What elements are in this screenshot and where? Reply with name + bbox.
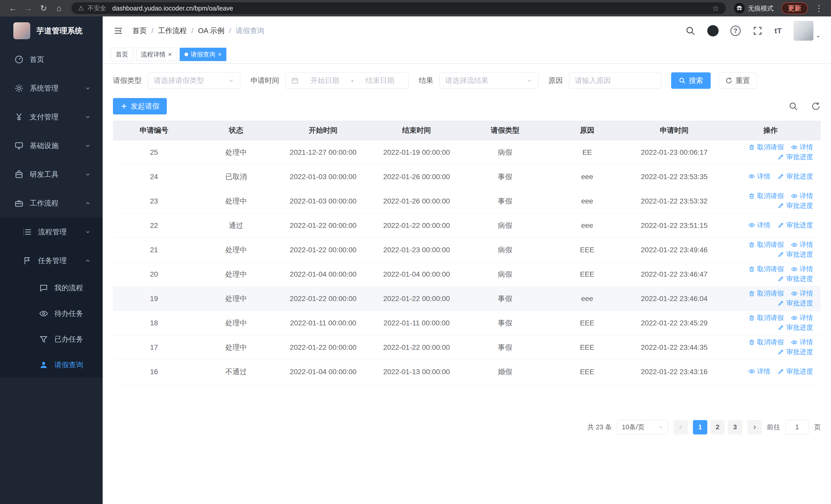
sidebar-item-payment-mgmt[interactable]: 支付管理 — [0, 102, 103, 131]
action-cancel[interactable]: 取消请假 — [748, 265, 784, 273]
action-progress[interactable]: 审批进度 — [778, 172, 813, 181]
sidebar-item-todo-tasks[interactable]: 待办任务 — [0, 301, 103, 326]
cell-end_time: 2022-01-23 00:00:00 — [369, 238, 464, 262]
action-progress[interactable]: 审批进度 — [778, 348, 813, 356]
action-detail[interactable]: 详情 — [791, 265, 813, 273]
page-button-2[interactable]: 2 — [710, 420, 725, 435]
page-button-3[interactable]: 3 — [728, 420, 742, 435]
action-detail[interactable]: 详情 — [791, 338, 813, 347]
tab-请假查询[interactable]: 请假查询× — [180, 48, 226, 61]
apply-time-label: 申请时间 — [251, 76, 279, 85]
sidebar-item-process-mgmt[interactable]: 流程管理 — [0, 217, 103, 246]
tab-首页[interactable]: 首页 — [111, 48, 133, 61]
page-button-1[interactable]: 1 — [693, 420, 707, 435]
toggle-search-icon[interactable] — [789, 101, 798, 111]
address-bar[interactable]: ⚠ 不安全 dashboard.yudao.iocoder.cn/bpm/oa/… — [71, 2, 726, 14]
date-range-picker[interactable]: 开始日期 - 结束日期 — [285, 72, 408, 89]
search-button[interactable]: 搜索 — [671, 72, 711, 89]
browser-home-icon[interactable]: ⌂ — [52, 2, 66, 15]
browser-forward-icon[interactable]: → — [22, 2, 35, 15]
result-select[interactable]: 请选择流结果 — [439, 72, 538, 89]
cell-leave_type: 病假 — [464, 140, 546, 165]
url-text[interactable]: dashboard.yudao.iocoder.cn/bpm/oa/leave — [112, 5, 233, 12]
sidebar-item-home[interactable]: 首页 — [0, 45, 103, 74]
sidebar: 芋道管理系统 首页 系统管理 支付管理 基础设施 研发工具 工作流 — [0, 17, 103, 504]
action-detail[interactable]: 详情 — [791, 143, 813, 152]
action-cancel[interactable]: 取消请假 — [748, 240, 784, 249]
sidebar-item-dev-tools[interactable]: 研发工具 — [0, 160, 103, 189]
sidebar-item-my-processes[interactable]: 我的流程 — [0, 275, 103, 301]
reason-input[interactable] — [569, 72, 661, 89]
security-warning-icon: ⚠ — [78, 4, 84, 12]
cell-reason: EEE — [546, 311, 628, 335]
action-detail[interactable]: 详情 — [791, 289, 813, 298]
action-detail[interactable]: 详情 — [791, 191, 813, 200]
column-header: 开始时间 — [277, 121, 369, 140]
breadcrumb-item[interactable]: 工作流程 — [158, 26, 187, 36]
action-progress[interactable]: 审批进度 — [778, 221, 813, 230]
action-progress[interactable]: 审批进度 — [778, 152, 813, 161]
cell-apply_time: 2022-01-22 23:46:04 — [628, 287, 720, 311]
table-row: 24已取消2022-01-03 00:00:002022-01-26 00:00… — [113, 165, 821, 189]
cell-actions: 取消请假详情审批进度 — [720, 189, 821, 213]
breadcrumb-item[interactable]: 首页 — [133, 26, 147, 36]
sidebar-item-system-mgmt[interactable]: 系统管理 — [0, 74, 103, 102]
browser-update-button[interactable]: 更新 — [781, 2, 808, 14]
close-icon[interactable]: × — [218, 51, 222, 58]
breadcrumb-item[interactable]: OA 示例 — [198, 26, 225, 36]
prev-page-button[interactable] — [674, 420, 688, 435]
tab-流程详情[interactable]: 流程详情× — [136, 48, 177, 61]
sidebar-item-task-mgmt[interactable]: 任务管理 — [0, 246, 103, 275]
action-detail[interactable]: 详情 — [748, 367, 770, 376]
caret-down-icon — [815, 34, 821, 39]
action-detail[interactable]: 详情 — [748, 172, 770, 181]
github-icon[interactable] — [707, 25, 719, 36]
security-label[interactable]: 不安全 — [87, 4, 106, 12]
close-icon[interactable]: × — [168, 51, 172, 58]
leave-type-select[interactable]: 请选择请假类型 — [148, 72, 240, 89]
action-progress[interactable]: 审批进度 — [778, 323, 813, 332]
action-cancel[interactable]: 取消请假 — [748, 338, 784, 347]
reset-button[interactable]: 重置 — [718, 72, 757, 89]
action-progress[interactable]: 审批进度 — [778, 299, 813, 308]
fullscreen-icon[interactable] — [752, 26, 763, 36]
sidebar-collapse-icon[interactable] — [113, 26, 124, 35]
action-progress[interactable]: 审批进度 — [778, 201, 813, 210]
cell-actions: 取消请假详情审批进度 — [720, 311, 821, 335]
action-cancel[interactable]: 取消请假 — [748, 143, 784, 152]
action-cancel[interactable]: 取消请假 — [748, 313, 784, 322]
bookmark-star-icon[interactable]: ☆ — [712, 4, 719, 13]
chevron-down-icon — [526, 78, 532, 84]
action-cancel[interactable]: 取消请假 — [748, 191, 784, 200]
cell-reason: eee — [546, 287, 628, 311]
create-leave-button[interactable]: 发起请假 — [113, 98, 167, 114]
sidebar-item-workflow[interactable]: 工作流程 — [0, 189, 103, 217]
refresh-icon[interactable] — [811, 101, 821, 111]
sidebar-item-leave-query[interactable]: 请假查询 — [0, 352, 103, 378]
search-icon[interactable] — [685, 26, 695, 36]
action-detail[interactable]: 详情 — [791, 240, 813, 249]
goto-label: 前往 — [767, 423, 780, 432]
sidebar-item-infrastructure[interactable]: 基础设施 — [0, 131, 103, 160]
action-detail[interactable]: 详情 — [791, 313, 813, 322]
chevron-up-icon — [85, 258, 91, 264]
sidebar-logo[interactable]: 芋道管理系统 — [0, 17, 103, 45]
browser-reload-icon[interactable]: ↻ — [37, 2, 50, 15]
browser-back-icon[interactable]: ← — [6, 2, 20, 15]
action-progress[interactable]: 审批进度 — [778, 367, 813, 376]
cell-no: 17 — [113, 335, 195, 359]
font-size-icon[interactable]: tT — [775, 26, 782, 35]
page-size-select[interactable]: 10条/页 — [617, 420, 668, 435]
action-cancel[interactable]: 取消请假 — [748, 289, 784, 298]
next-page-button[interactable] — [747, 420, 762, 435]
goto-page-input[interactable] — [785, 420, 809, 435]
user-menu[interactable] — [794, 21, 821, 41]
sidebar-item-done-tasks[interactable]: 已办任务 — [0, 326, 103, 352]
help-icon[interactable]: ? — [730, 26, 741, 36]
action-detail[interactable]: 详情 — [748, 221, 770, 230]
cell-start_time: 2022-01-22 00:00:00 — [277, 238, 369, 262]
action-progress[interactable]: 审批进度 — [778, 250, 813, 259]
browser-menu-icon[interactable]: ⋮ — [813, 3, 825, 13]
cell-end_time: 2022-01-26 00:00:00 — [369, 189, 464, 213]
action-progress[interactable]: 审批进度 — [778, 274, 813, 283]
